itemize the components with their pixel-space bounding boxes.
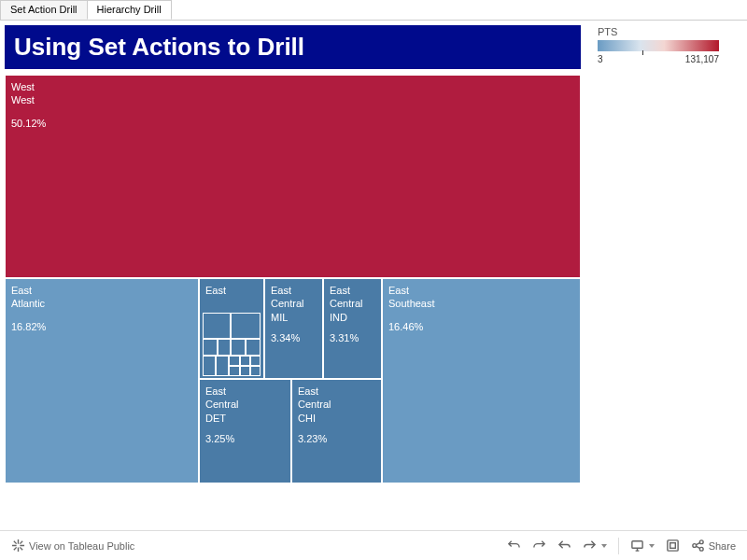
fullscreen-button[interactable] xyxy=(666,539,680,553)
fullscreen-icon xyxy=(666,539,680,553)
cell-east-southeast[interactable]: East Southeast 16.46% xyxy=(382,278,581,483)
cell-pct: 3.31% xyxy=(330,331,359,344)
device-icon xyxy=(630,539,644,553)
cell-pct: 16.46% xyxy=(388,320,423,333)
cell-pct: 3.34% xyxy=(271,331,300,344)
svg-point-3 xyxy=(693,544,697,548)
cell-label: CHI xyxy=(298,412,375,425)
replay-icon xyxy=(557,539,571,553)
chevron-down-icon xyxy=(601,544,607,548)
cell-label: Central xyxy=(205,398,285,411)
cell-label: West xyxy=(11,93,574,106)
cell-east-central-mil[interactable]: East Central MIL 3.34% xyxy=(264,278,323,379)
cell-west[interactable]: West West 50.12% xyxy=(5,75,581,278)
redo-button[interactable] xyxy=(532,539,546,553)
tab-hierarchy-drill[interactable]: Hierarchy Drill xyxy=(87,0,172,20)
cell-label: Central xyxy=(271,297,317,310)
legend: PTS 3 131,107 xyxy=(588,21,738,483)
cell-pct: 3.25% xyxy=(205,432,234,445)
treemap-chart[interactable]: West West 50.12% East Atlantic 16.82% Ea… xyxy=(5,75,581,483)
toolbar-label: View on Tableau Public xyxy=(29,540,134,552)
cell-label: East xyxy=(205,284,258,297)
cell-label: IND xyxy=(330,311,375,324)
cell-east-central-chi[interactable]: East Central CHI 3.23% xyxy=(291,379,382,483)
separator xyxy=(618,538,619,554)
cell-pct: 3.23% xyxy=(298,432,327,445)
device-button[interactable] xyxy=(630,539,655,553)
svg-point-4 xyxy=(699,540,703,544)
cell-pct: 50.12% xyxy=(11,117,46,130)
undo-button[interactable] xyxy=(507,539,521,553)
svg-rect-2 xyxy=(669,543,675,549)
reset-icon xyxy=(583,539,597,553)
cell-label: East xyxy=(298,385,375,398)
cell-pct: 16.82% xyxy=(11,320,46,333)
cell-east-central-ind[interactable]: East Central IND 3.31% xyxy=(323,278,382,379)
cell-east-small[interactable]: East xyxy=(199,278,264,379)
legend-gradient xyxy=(598,40,719,51)
cell-label: East xyxy=(271,284,317,297)
svg-point-5 xyxy=(699,547,703,551)
bottom-toolbar: View on Tableau Public Share xyxy=(0,530,747,560)
cell-label: Southeast xyxy=(388,297,574,310)
tab-bar: Set Action Drill Hierarchy Drill xyxy=(0,0,747,21)
redo-icon xyxy=(532,539,546,553)
cell-label: Central xyxy=(330,297,375,310)
cell-label: Atlantic xyxy=(11,297,192,310)
reset-button[interactable] xyxy=(583,539,607,553)
tableau-icon xyxy=(11,539,25,553)
cell-label: MIL xyxy=(271,311,317,324)
toolbar-label: Share xyxy=(709,540,736,552)
view-on-tableau-public[interactable]: View on Tableau Public xyxy=(11,539,134,553)
share-icon xyxy=(691,539,705,553)
cell-label: East xyxy=(11,284,192,297)
legend-min: 3 xyxy=(598,54,603,64)
cell-east-central-det[interactable]: East Central DET 3.25% xyxy=(199,379,291,483)
tab-set-action-drill[interactable]: Set Action Drill xyxy=(0,0,88,20)
legend-title: PTS xyxy=(598,26,728,37)
cell-label: DET xyxy=(205,412,285,425)
svg-rect-0 xyxy=(632,541,642,549)
cell-label: West xyxy=(11,80,574,93)
svg-rect-1 xyxy=(668,540,678,551)
cell-label: East xyxy=(330,284,375,297)
undo-icon xyxy=(507,539,521,553)
page-title: Using Set Actions to Drill xyxy=(5,25,581,69)
cell-label: East xyxy=(205,385,285,398)
cell-east-atlantic[interactable]: East Atlantic 16.82% xyxy=(5,278,199,483)
cell-label: East xyxy=(388,284,574,297)
cell-label: Central xyxy=(298,398,375,411)
legend-max: 131,107 xyxy=(685,54,719,64)
replay-button[interactable] xyxy=(557,539,571,553)
share-button[interactable]: Share xyxy=(691,539,736,553)
chevron-down-icon xyxy=(649,544,655,548)
